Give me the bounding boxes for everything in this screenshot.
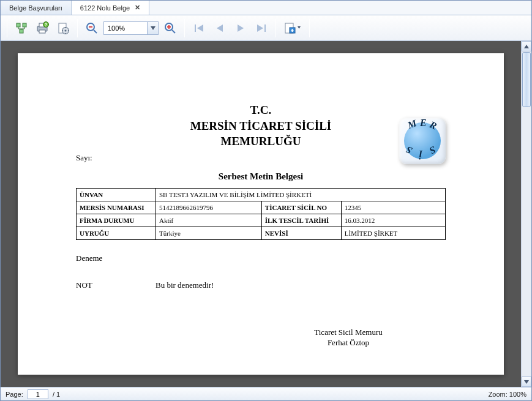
svg-rect-2 [20,29,23,33]
header-line: MERSİN TİCARET SİCİLİ [76,118,446,134]
document-header: T.C. MERSİN TİCARET SİCİLİ MEMURLUĞU [76,102,446,149]
svg-marker-22 [151,26,155,30]
separator [184,19,185,37]
signature-name: Ferhat Öztop [284,337,413,348]
table-row: UYRUĞU Türkiye NEVİSİ LİMİTED ŞİRKET [77,227,446,239]
svg-rect-27 [195,24,196,32]
export-button[interactable] [281,19,304,37]
signature-title: Ticaret Sicil Memuru [284,327,413,338]
note-value: Bu bir denemedir! [155,280,214,290]
svg-line-21 [94,30,97,33]
svg-marker-31 [257,24,263,32]
cell-label: MERSİS NUMARASI [77,201,156,214]
signature-block: Ticaret Sicil Memuru Ferhat Öztop [284,327,413,348]
toolbar: ? [1,15,531,41]
header-line: T.C. [76,102,446,118]
separator [275,19,276,37]
cell-label: TİCARET SİCİL NO [261,201,341,214]
page-total: / 1 [53,391,60,398]
svg-marker-39 [524,380,529,384]
info-table: ÜNVAN SB TEST3 YAZILIM VE BİLİŞİM LİMİTE… [76,188,446,240]
document-map-button[interactable] [12,19,31,37]
body-text: Deneme [76,253,446,263]
cell-label: FİRMA DURUMU [77,214,156,227]
cell-label: NEVİSİ [261,227,341,239]
page-label: Page: [6,391,23,398]
svg-point-14 [65,29,67,31]
zoom-combo[interactable] [103,21,159,35]
scroll-thumb[interactable] [522,52,531,107]
svg-marker-28 [197,24,203,32]
cell-value: 5142189662619796 [156,201,262,214]
cell-label: UYRUĞU [77,227,156,239]
note-row: NOT Bu bir denemedir! [76,280,446,290]
next-page-button[interactable] [231,19,250,37]
last-page-button[interactable] [252,19,271,37]
tab-label: 6122 Nolu Belge [80,4,130,12]
tab-applications[interactable]: Belge Başvuruları [1,1,72,15]
svg-marker-37 [298,26,301,29]
separator [77,19,78,37]
svg-rect-1 [23,23,26,27]
mersis-logo: M E R S İ S [399,118,446,164]
svg-rect-9 [39,30,45,33]
cell-value: SB TEST3 YAZILIM VE BİLİŞİM LİMİTED ŞİRK… [156,188,446,201]
vertical-scrollbar[interactable] [521,41,531,387]
cell-value: Aktif [156,214,262,227]
svg-rect-32 [264,24,266,32]
document-page: M E R S İ S T.C. MERSİN TİCARET SİCİLİ M… [18,53,504,375]
viewer-area: M E R S İ S T.C. MERSİN TİCARET SİCİLİ M… [1,41,531,387]
cell-label: İLK TESCİL TARİHİ [261,214,341,227]
cell-value: 12345 [341,201,445,214]
tab-document[interactable]: 6122 Nolu Belge ✕ [72,1,149,15]
table-row: ÜNVAN SB TEST3 YAZILIM VE BİLİŞİM LİMİTE… [77,188,446,201]
zoom-indicator: Zoom: 100% [489,391,526,398]
note-key: NOT [76,280,155,290]
tab-label: Belge Başvuruları [9,4,62,12]
document-viewport[interactable]: M E R S İ S T.C. MERSİN TİCARET SİCİLİ M… [1,41,521,387]
document-subtitle: Serbest Metin Belgesi [76,171,446,182]
scroll-down-button[interactable] [522,377,531,387]
separator [309,19,310,37]
status-bar: Page: / 1 Zoom: 100% [1,387,531,400]
tab-bar: Belge Başvuruları 6122 Nolu Belge ✕ [1,1,531,15]
header-line: MEMURLUĞU [76,133,446,149]
page-indicator: Page: / 1 [6,389,60,399]
zoom-input[interactable] [104,24,147,32]
print-button[interactable]: ? [33,19,51,37]
table-row: FİRMA DURUMU Aktif İLK TESCİL TARİHİ 16.… [77,214,446,227]
zoom-in-button[interactable] [161,19,179,37]
svg-marker-30 [238,24,244,32]
svg-line-26 [172,30,175,33]
page-setup-button[interactable] [54,19,72,37]
first-page-button[interactable] [190,19,208,37]
page-input[interactable] [28,389,48,399]
cell-value: LİMİTED ŞİRKET [341,227,445,239]
svg-rect-36 [292,30,293,32]
cell-value: Türkiye [156,227,262,239]
table-row: MERSİS NUMARASI 5142189662619796 TİCARET… [77,201,446,214]
close-icon[interactable]: ✕ [135,4,140,12]
sayi-label: Sayı: [76,153,446,163]
svg-rect-0 [17,23,20,27]
svg-marker-29 [217,24,223,32]
svg-marker-38 [524,45,529,48]
zoom-out-button[interactable] [83,19,101,37]
cell-label: ÜNVAN [77,188,156,201]
dropdown-icon[interactable] [147,22,158,34]
prev-page-button[interactable] [211,19,229,37]
scroll-up-button[interactable] [522,41,531,51]
cell-value: 16.03.2012 [341,214,445,227]
svg-text:?: ? [45,23,47,27]
separator [7,19,7,37]
